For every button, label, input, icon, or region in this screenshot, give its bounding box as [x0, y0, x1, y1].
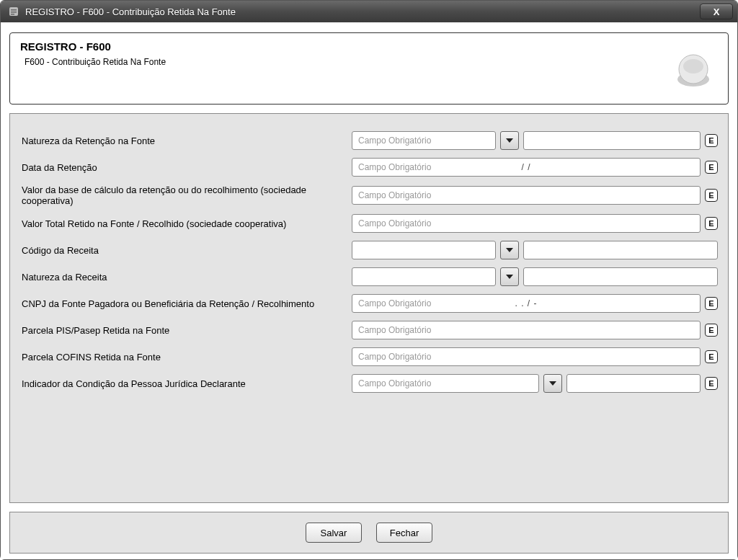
- row-cnpj-fonte: CNPJ da Fonte Pagadora ou Beneficiária d…: [20, 294, 718, 313]
- valor-total-error-badge[interactable]: E: [705, 217, 718, 230]
- natureza-retencao-code-input[interactable]: [352, 131, 496, 150]
- row-parcela-pis: Parcela PIS/Pasep Retida na Fonte E: [20, 321, 718, 339]
- row-indicador-condicao: Indicador da Condição da Pessoa Jurídica…: [20, 374, 718, 393]
- header-title: REGISTRO - F600: [20, 40, 718, 53]
- natureza-receita-desc-input[interactable]: [523, 267, 718, 286]
- row-codigo-receita: Código da Receita: [20, 241, 718, 259]
- row-valor-base: Valor da base de cálculo da retenção ou …: [20, 185, 718, 206]
- parcela-cofins-input[interactable]: [352, 347, 701, 366]
- window-close-button[interactable]: X: [700, 4, 733, 19]
- parcela-pis-error-badge[interactable]: E: [705, 324, 718, 337]
- data-retencao-error-badge[interactable]: E: [705, 161, 718, 174]
- codigo-receita-dropdown-button[interactable]: [500, 241, 519, 259]
- header-logo-icon: [673, 50, 713, 91]
- label-natureza-receita: Natureza da Receita: [20, 272, 346, 283]
- valor-base-error-badge[interactable]: E: [705, 189, 718, 202]
- codigo-receita-code-input[interactable]: [352, 241, 496, 259]
- label-data-retencao: Data da Retenção: [20, 162, 346, 173]
- content-area: REGISTRO - F600 F600 - Contribuição Reti…: [1, 22, 737, 559]
- footer-panel: Salvar Fechar: [9, 512, 729, 554]
- natureza-retencao-desc-input[interactable]: [523, 131, 701, 150]
- form-panel: Natureza da Retenção na Fonte E Data da …: [9, 113, 729, 503]
- chevron-down-icon: [506, 248, 513, 252]
- window-title: REGISTRO - F600 - Contribuição Retida Na…: [25, 6, 700, 17]
- row-natureza-retencao: Natureza da Retenção na Fonte E: [20, 131, 718, 150]
- row-natureza-receita: Natureza da Receita: [20, 267, 718, 286]
- natureza-receita-code-input[interactable]: [352, 267, 496, 286]
- header-panel: REGISTRO - F600 F600 - Contribuição Reti…: [9, 32, 729, 105]
- close-icon: X: [713, 6, 720, 17]
- chevron-down-icon: [506, 138, 513, 143]
- label-parcela-pis: Parcela PIS/Pasep Retida na Fonte: [20, 325, 346, 336]
- label-valor-total: Valor Total Retido na Fonte / Recolhido …: [20, 218, 346, 229]
- save-button[interactable]: Salvar: [306, 523, 362, 543]
- row-valor-total: Valor Total Retido na Fonte / Recolhido …: [20, 214, 718, 233]
- valor-total-input[interactable]: [352, 214, 701, 233]
- parcela-cofins-error-badge[interactable]: E: [705, 350, 718, 363]
- indicador-condicao-error-badge[interactable]: E: [705, 377, 718, 390]
- svg-point-6: [683, 59, 703, 74]
- svg-rect-2: [11, 12, 17, 13]
- codigo-receita-desc-input[interactable]: [523, 241, 718, 259]
- close-button[interactable]: Fechar: [376, 523, 432, 543]
- natureza-receita-dropdown-button[interactable]: [500, 267, 519, 286]
- app-icon: [8, 6, 19, 17]
- data-retencao-input[interactable]: [352, 158, 701, 177]
- chevron-down-icon: [506, 275, 513, 279]
- cnpj-fonte-input[interactable]: [352, 294, 701, 313]
- label-valor-base: Valor da base de cálculo da retenção ou …: [20, 185, 346, 206]
- svg-rect-1: [11, 9, 17, 11]
- titlebar: REGISTRO - F600 - Contribuição Retida Na…: [1, 1, 737, 22]
- chevron-down-icon: [549, 381, 556, 386]
- label-cnpj-fonte: CNPJ da Fonte Pagadora ou Beneficiária d…: [20, 298, 346, 309]
- indicador-condicao-code-input[interactable]: [352, 374, 539, 393]
- header-subtitle: F600 - Contribuição Retida Na Fonte: [20, 57, 718, 67]
- cnpj-fonte-error-badge[interactable]: E: [705, 297, 718, 310]
- indicador-condicao-desc-input[interactable]: [566, 374, 701, 393]
- row-parcela-cofins: Parcela COFINS Retida na Fonte E: [20, 347, 718, 366]
- row-data-retencao: Data da Retenção / / E: [20, 158, 718, 177]
- label-codigo-receita: Código da Receita: [20, 245, 346, 256]
- svg-rect-3: [11, 14, 14, 15]
- indicador-condicao-dropdown-button[interactable]: [543, 374, 562, 393]
- window-frame: REGISTRO - F600 - Contribuição Retida Na…: [0, 0, 738, 560]
- label-indicador-condicao: Indicador da Condição da Pessoa Jurídica…: [20, 378, 346, 389]
- valor-base-input[interactable]: [352, 186, 701, 205]
- label-natureza-retencao: Natureza da Retenção na Fonte: [20, 135, 346, 146]
- natureza-retencao-dropdown-button[interactable]: [500, 131, 519, 150]
- natureza-retencao-error-badge[interactable]: E: [705, 134, 718, 147]
- parcela-pis-input[interactable]: [352, 321, 701, 339]
- label-parcela-cofins: Parcela COFINS Retida na Fonte: [20, 352, 346, 363]
